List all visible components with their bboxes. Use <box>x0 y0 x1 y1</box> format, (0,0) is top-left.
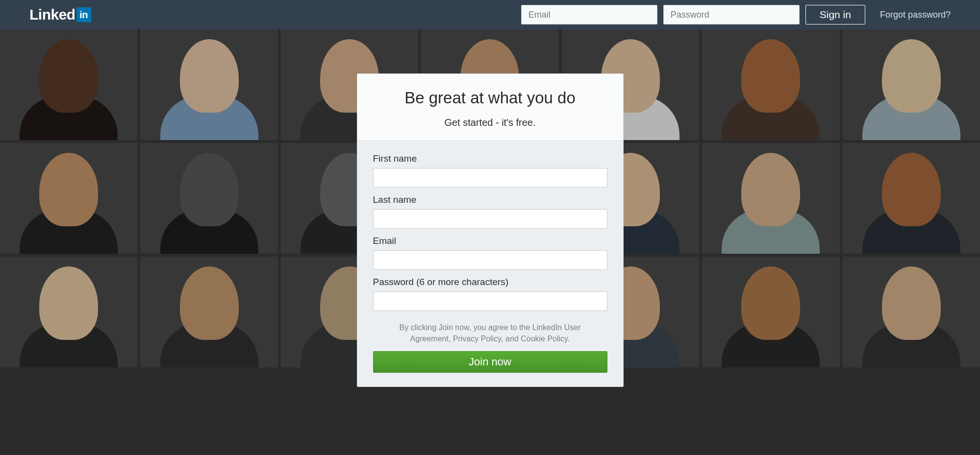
background-tile <box>843 257 980 367</box>
signup-card-header: Be great at what you do Get started - it… <box>357 74 623 141</box>
background-tile <box>702 29 839 140</box>
first-name-label: First name <box>373 153 607 164</box>
background-tile <box>140 257 277 367</box>
logo-text: Linked <box>29 6 75 23</box>
top-nav: Linkedin Sign in Forgot password? <box>0 0 980 29</box>
forgot-password-link[interactable]: Forgot password? <box>880 10 951 20</box>
signup-card: Be great at what you do Get started - it… <box>357 73 624 387</box>
password-field[interactable] <box>663 5 800 24</box>
linkedin-logo[interactable]: Linkedin <box>29 6 91 23</box>
sign-in-button[interactable]: Sign in <box>805 5 865 24</box>
email-label: Email <box>373 236 607 246</box>
last-name-label: Last name <box>373 194 607 205</box>
email-field[interactable] <box>521 5 657 24</box>
background-tile <box>702 257 839 367</box>
background-tile <box>140 143 277 254</box>
signup-form: First name Last name Email Password (6 o… <box>357 141 623 386</box>
background-tile <box>843 143 980 254</box>
background-tile <box>0 143 137 254</box>
first-name-input[interactable] <box>373 168 607 188</box>
hero-section: Be great at what you do Get started - it… <box>0 29 980 455</box>
background-tile <box>0 257 137 367</box>
signup-headline: Be great at what you do <box>371 89 609 107</box>
background-tile <box>702 143 839 254</box>
background-tile <box>0 29 137 140</box>
background-tile <box>140 29 277 140</box>
password-label: Password (6 or more characters) <box>373 277 607 287</box>
signup-password-input[interactable] <box>373 291 607 311</box>
legal-text: By clicking Join now, you agree to the L… <box>387 322 593 344</box>
join-now-button[interactable]: Join now <box>373 351 607 373</box>
background-tile <box>843 29 980 140</box>
signup-email-input[interactable] <box>373 250 607 270</box>
signup-subhead: Get started - it's free. <box>371 117 609 128</box>
last-name-input[interactable] <box>373 209 607 229</box>
logo-badge-icon: in <box>76 7 91 22</box>
